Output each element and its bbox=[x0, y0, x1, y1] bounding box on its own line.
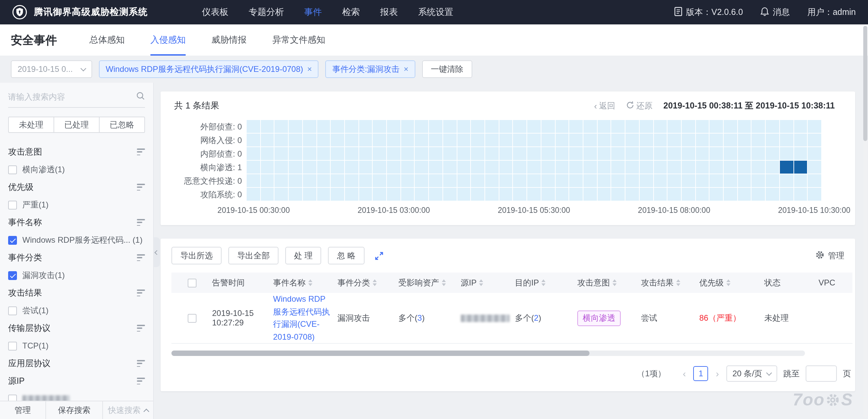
heatmap-cell[interactable] bbox=[331, 161, 344, 174]
heatmap-cell[interactable] bbox=[443, 147, 456, 160]
heatmap-cell[interactable] bbox=[738, 188, 751, 201]
heatmap-cell[interactable] bbox=[667, 188, 681, 201]
next-page-button[interactable]: › bbox=[715, 368, 720, 379]
export-all-button[interactable]: 导出全部 bbox=[228, 247, 278, 264]
heatmap-cell[interactable] bbox=[429, 134, 442, 146]
heatmap-cell[interactable] bbox=[513, 174, 526, 187]
filter-sort-icon[interactable] bbox=[137, 148, 145, 155]
heatmap-cell[interactable] bbox=[766, 161, 779, 174]
heatmap-cell[interactable] bbox=[597, 120, 611, 133]
horizontal-scrollbar[interactable] bbox=[171, 351, 805, 356]
heatmap-cell[interactable] bbox=[331, 188, 344, 201]
tab-overall-perception[interactable]: 总体感知 bbox=[89, 24, 125, 56]
heatmap-cell[interactable] bbox=[570, 161, 583, 174]
heatmap-cell[interactable] bbox=[275, 161, 288, 174]
heatmap-cell[interactable] bbox=[612, 134, 625, 146]
heatmap-cell[interactable] bbox=[499, 147, 512, 160]
heatmap-cell[interactable] bbox=[289, 161, 302, 174]
sort-icon[interactable] bbox=[542, 279, 546, 286]
heatmap-cell[interactable] bbox=[317, 120, 330, 133]
heatmap-cell[interactable] bbox=[359, 134, 372, 146]
heatmap-cell[interactable] bbox=[415, 134, 428, 146]
heatmap-cell[interactable] bbox=[261, 174, 274, 187]
heatmap-cell[interactable] bbox=[555, 161, 569, 174]
filter-sort-icon[interactable] bbox=[137, 254, 145, 261]
heatmap-cell[interactable] bbox=[317, 134, 330, 146]
current-page-button[interactable]: 1 bbox=[694, 366, 708, 381]
heatmap-cell[interactable] bbox=[275, 120, 288, 133]
checkbox[interactable] bbox=[8, 200, 17, 209]
heatmap-cell[interactable] bbox=[247, 161, 260, 174]
heatmap-cell[interactable] bbox=[597, 188, 611, 201]
heatmap-cell[interactable] bbox=[387, 174, 400, 187]
heatmap-cell[interactable] bbox=[429, 188, 442, 201]
heatmap-cell[interactable] bbox=[752, 174, 765, 187]
heatmap-cell[interactable] bbox=[303, 134, 316, 146]
heatmap-cell[interactable] bbox=[471, 174, 484, 187]
col-header-attack-intent[interactable]: 攻击意图 bbox=[577, 277, 641, 288]
checkbox[interactable] bbox=[8, 341, 17, 350]
heatmap-cell[interactable] bbox=[359, 188, 372, 201]
heatmap-cell[interactable] bbox=[513, 161, 526, 174]
heatmap-cell[interactable] bbox=[583, 147, 597, 160]
nav-item-settings[interactable]: 系统设置 bbox=[418, 6, 453, 18]
filter-sort-icon[interactable] bbox=[137, 360, 145, 367]
heatmap-cell[interactable] bbox=[261, 134, 274, 146]
heatmap-cell[interactable] bbox=[317, 188, 330, 201]
heatmap-cell[interactable] bbox=[345, 134, 358, 146]
heatmap-cell[interactable] bbox=[682, 134, 695, 146]
heatmap-cell[interactable] bbox=[612, 161, 625, 174]
heatmap-cell[interactable] bbox=[499, 188, 512, 201]
heatmap-cell[interactable] bbox=[654, 188, 667, 201]
heatmap-cell[interactable] bbox=[555, 120, 569, 133]
status-filter-ignored[interactable]: 已忽略 bbox=[100, 117, 145, 133]
heatmap-cell[interactable] bbox=[387, 120, 400, 133]
heatmap-cell[interactable] bbox=[415, 147, 428, 160]
col-header-attack-result[interactable]: 攻击结果 bbox=[641, 277, 699, 288]
heatmap-cell[interactable] bbox=[415, 188, 428, 201]
heatmap-cell[interactable] bbox=[780, 174, 793, 187]
heatmap-cell[interactable] bbox=[780, 120, 793, 133]
heatmap-cell[interactable] bbox=[766, 147, 779, 160]
heatmap-cell[interactable] bbox=[429, 147, 442, 160]
heatmap-cell[interactable] bbox=[640, 174, 653, 187]
heatmap-cell[interactable] bbox=[583, 134, 597, 146]
sort-icon[interactable] bbox=[726, 279, 730, 286]
heatmap-cell[interactable] bbox=[443, 134, 456, 146]
heatmap-cell[interactable] bbox=[485, 174, 498, 187]
col-header-affected-assets[interactable]: 受影响资产 bbox=[398, 277, 461, 288]
close-icon[interactable]: × bbox=[307, 65, 312, 73]
heatmap-cell[interactable] bbox=[289, 188, 302, 201]
quick-search-button[interactable]: 快速搜索 bbox=[103, 401, 153, 419]
heatmap-cell[interactable] bbox=[429, 174, 442, 187]
heatmap-cell[interactable] bbox=[345, 120, 358, 133]
heatmap-cell[interactable] bbox=[780, 134, 793, 146]
heatmap-cell[interactable] bbox=[612, 174, 625, 187]
heatmap-cell[interactable] bbox=[513, 147, 526, 160]
heatmap-cell[interactable] bbox=[275, 174, 288, 187]
filter-sort-icon[interactable] bbox=[137, 184, 145, 191]
heatmap-cell[interactable] bbox=[527, 161, 540, 174]
heatmap-cell[interactable] bbox=[387, 134, 400, 146]
sort-icon[interactable] bbox=[308, 279, 312, 286]
col-header-event-category[interactable]: 事件分类 bbox=[337, 277, 398, 288]
nav-item-events[interactable]: 事件 bbox=[304, 6, 322, 18]
heatmap-cell[interactable] bbox=[317, 161, 330, 174]
nav-item-dashboard[interactable]: 仪表板 bbox=[202, 6, 228, 18]
heatmap-cell[interactable] bbox=[485, 161, 498, 174]
heatmap-cell[interactable] bbox=[303, 174, 316, 187]
heatmap-cell[interactable] bbox=[780, 188, 793, 201]
heatmap-cell[interactable] bbox=[682, 161, 695, 174]
filter-sort-icon[interactable] bbox=[137, 378, 145, 384]
horizontal-scrollbar-thumb[interactable] bbox=[171, 351, 590, 356]
heatmap-cell[interactable] bbox=[654, 147, 667, 160]
fullscreen-expand-icon[interactable] bbox=[374, 251, 384, 261]
handle-button[interactable]: 处 理 bbox=[285, 247, 322, 264]
close-icon[interactable]: × bbox=[404, 65, 409, 73]
row-checkbox[interactable] bbox=[187, 314, 196, 322]
heatmap-cell[interactable] bbox=[513, 134, 526, 146]
heatmap-cell[interactable] bbox=[766, 174, 779, 187]
heatmap-cell[interactable] bbox=[640, 147, 653, 160]
heatmap-cell[interactable] bbox=[640, 161, 653, 174]
heatmap-cell[interactable] bbox=[752, 147, 765, 160]
